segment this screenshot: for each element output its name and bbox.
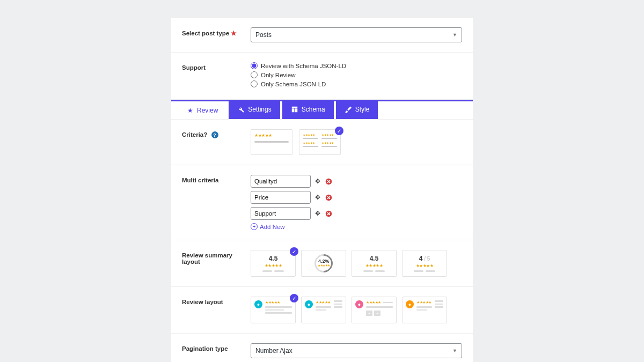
stars-icon: ★★★★★ [303, 141, 318, 145]
grid-icon [291, 106, 298, 113]
tab-review[interactable]: ★ Review [178, 100, 226, 119]
section-pagination: Pagination type Number Ajax ▼ [171, 334, 473, 362]
criteria-option-multi[interactable]: ★★★★★ ★★★★★ ★★★★★ ★★★★★ ✓ [299, 129, 341, 155]
section-support: Support Review with Schema JSON-LD Only … [171, 53, 473, 100]
stars-icon: ★★★★★ [265, 263, 282, 268]
move-icon[interactable]: ✥ [314, 210, 321, 217]
criteria-row: ✥ [251, 191, 462, 204]
avatar-icon: ● [355, 300, 363, 308]
support-label: Support [182, 62, 251, 90]
stars-icon: ★★★★★ [321, 133, 337, 137]
stars-icon: ★★★★★ [316, 300, 331, 305]
review-layout-option-2[interactable]: ● ★★★★★ [301, 297, 346, 323]
review-layout-option-1[interactable]: ● ★★★★★ ✓ [251, 297, 296, 323]
chevron-down-icon: ▼ [452, 32, 457, 38]
review-layout-option-3[interactable]: ● ★★★★★ ▲▲ [352, 297, 397, 323]
delete-icon[interactable] [325, 210, 332, 217]
tab-style[interactable]: Style [336, 100, 378, 119]
criteria-label: Criteria? ? [182, 129, 251, 155]
stars-icon: ★★★★★ [303, 133, 318, 137]
section-post-type: Select post type★ Posts ▼ [171, 18, 473, 53]
section-review-layout: Review layout ● ★★★★★ ✓ ● ★★★★★ [171, 287, 473, 334]
criteria-input[interactable] [251, 191, 311, 204]
radio-input[interactable] [251, 80, 258, 87]
summary-layout-label: Review summary layout [182, 250, 251, 277]
section-multi-criteria: Multi criteria ✥ ✥ [171, 165, 473, 240]
multi-criteria-label: Multi criteria [182, 175, 251, 230]
tab-settings[interactable]: Settings [229, 100, 280, 119]
review-layout-label: Review layout [182, 297, 251, 323]
pagination-type-label: Pagination type [182, 343, 251, 358]
delete-icon[interactable] [325, 194, 332, 201]
section-criteria: Criteria? ? ★★★★★ ★★★★★ ★★★★★ ★★★★★ ★★★★… [171, 120, 473, 165]
stars-icon: ★★★★★ [416, 263, 434, 268]
post-type-select[interactable]: Posts ▼ [251, 27, 462, 42]
criteria-option-single[interactable]: ★★★★★ [251, 129, 292, 155]
progress-ring-icon: 4.2% ★★★★★ [311, 250, 336, 276]
stars-icon: ★★★★★ [365, 263, 383, 268]
tab-strip: ★ Review Settings Schema Style [171, 100, 473, 120]
chevron-down-icon: ▼ [452, 348, 457, 353]
avatar-icon: ● [305, 300, 313, 308]
stars-icon: ★★★★★ [254, 133, 289, 138]
wrench-icon [237, 106, 245, 113]
tab-schema[interactable]: Schema [282, 100, 334, 119]
check-icon: ✓ [290, 294, 298, 302]
summary-option-1[interactable]: 4.5 ★★★★★ ✓ [251, 250, 296, 277]
summary-option-4[interactable]: 4 / 5 ★★★★★ [402, 250, 447, 277]
stars-icon: ★★★★★ [321, 141, 337, 145]
required-star: ★ [231, 29, 237, 37]
avatar-icon: ● [406, 300, 414, 308]
check-icon: ✓ [335, 127, 343, 135]
radio-review-schema[interactable]: Review with Schema JSON-LD [251, 62, 462, 69]
criteria-input[interactable] [251, 207, 311, 220]
plus-icon: + [251, 223, 258, 230]
criteria-row: ✥ [251, 207, 462, 220]
stars-icon: ★★★★★ [265, 300, 292, 305]
delete-icon[interactable] [325, 178, 332, 185]
stars-icon: ★★★★★ [366, 300, 381, 305]
criteria-row: ✥ [251, 175, 462, 188]
star-icon: ★ [186, 107, 194, 114]
image-icon: ▲ [366, 311, 372, 316]
brush-icon [345, 106, 352, 113]
stars-icon: ★★★★★ [416, 300, 431, 305]
add-new-button[interactable]: + Add New [251, 223, 462, 230]
section-summary-layout: Review summary layout 4.5 ★★★★★ ✓ 4.2% ★… [171, 240, 473, 287]
check-icon: ✓ [290, 247, 298, 256]
review-layout-option-4[interactable]: ● ★★★★★ [402, 297, 447, 323]
summary-option-2[interactable]: 4.2% ★★★★★ [301, 250, 346, 277]
help-icon[interactable]: ? [211, 131, 218, 138]
radio-input[interactable] [251, 71, 258, 78]
post-type-label: Select post type★ [182, 27, 251, 42]
avatar-icon: ● [254, 300, 262, 308]
image-icon: ▲ [374, 311, 380, 316]
move-icon[interactable]: ✥ [314, 194, 321, 201]
radio-only-schema[interactable]: Only Schema JSON-LD [251, 80, 462, 87]
radio-input[interactable] [251, 62, 258, 69]
settings-panel: Select post type★ Posts ▼ Support Review… [171, 17, 473, 362]
criteria-input[interactable] [251, 175, 311, 188]
support-radio-group: Review with Schema JSON-LD Only Review O… [251, 62, 462, 90]
summary-option-3[interactable]: 4.5 ★★★★★ [352, 250, 397, 277]
pagination-type-select[interactable]: Number Ajax ▼ [251, 343, 462, 358]
move-icon[interactable]: ✥ [314, 178, 321, 185]
radio-only-review[interactable]: Only Review [251, 71, 462, 78]
